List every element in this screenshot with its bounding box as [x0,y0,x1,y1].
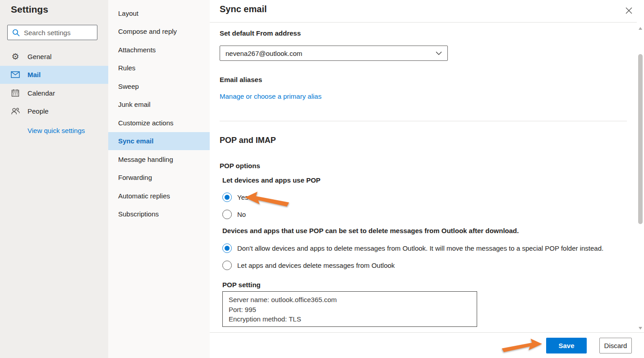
radio-unselected-icon [222,210,232,219]
section-divider [220,121,627,121]
sidebar-item-label: People [28,107,49,115]
manage-alias-link[interactable]: Manage or choose a primary alias [220,92,322,100]
annotation-arrow-save [501,338,542,353]
pop-encryption: Encryption method: TLS [229,314,471,324]
title-divider [210,22,637,23]
scrollbar-up-arrow-icon[interactable] [639,27,642,30]
use-pop-label: Let devices and apps use POP [222,176,321,184]
pop-server-name: Server name: outlook.office365.com [229,295,471,305]
annotation-arrow-yes [245,191,290,207]
from-address-value: nevena267@outlook.com [225,50,436,57]
search-settings-input[interactable] [24,29,92,37]
save-button[interactable]: Save [546,338,587,353]
gear-icon: ⚙ [11,52,20,61]
mail-settings-categories: Layout Compose and reply Attachments Rul… [108,0,210,358]
sync-email-panel: Sync email Set default From address neve… [210,0,644,358]
category-automatic-replies[interactable]: Automatic replies [108,187,210,205]
sidebar-item-people[interactable]: People [0,102,108,121]
category-sweep[interactable]: Sweep [108,77,210,96]
scrollbar-down-arrow-icon[interactable] [639,327,642,330]
sidebar-item-label: Calendar [28,89,55,97]
pop-setting-box: Server name: outlook.office365.com Port:… [222,291,477,327]
close-icon[interactable] [624,6,633,15]
category-sync-email[interactable]: Sync email [108,132,210,151]
pop-imap-heading: POP and IMAP [220,136,276,145]
radio-let-delete-label: Let apps and devices delete messages fro… [237,262,395,269]
vertical-scrollbar[interactable] [637,23,644,332]
category-customize-actions[interactable]: Customize actions [108,114,210,132]
search-icon [12,29,20,37]
radio-dont-allow-delete[interactable]: Don't allow devices and apps to delete m… [222,243,603,253]
sidebar-item-calendar[interactable]: Calendar [0,84,108,102]
sidebar-item-label: General [28,53,51,60]
panel-footer: Save Discard [210,332,644,358]
from-address-label: Set default From address [220,29,301,37]
radio-pop-yes-label: Yes [237,193,248,201]
radio-pop-no-label: No [237,211,246,218]
mail-icon [11,70,20,79]
category-rules[interactable]: Rules [108,59,210,78]
category-junk-email[interactable]: Junk email [108,96,210,114]
sidebar-item-label: Mail [28,71,41,78]
discard-button[interactable]: Discard [599,338,632,353]
settings-title: Settings [11,4,48,15]
sidebar-nav: ⚙ General Mail Calendar People [0,47,108,120]
sidebar-item-general[interactable]: ⚙ General [0,47,108,66]
category-forwarding[interactable]: Forwarding [108,169,210,187]
category-message-handling[interactable]: Message handling [108,150,210,169]
category-subscriptions[interactable]: Subscriptions [108,205,210,224]
radio-pop-yes[interactable]: Yes [222,193,248,202]
category-compose-and-reply[interactable]: Compose and reply [108,23,210,41]
category-attachments[interactable]: Attachments [108,41,210,59]
people-icon [11,107,20,116]
radio-selected-icon [222,193,232,202]
radio-pop-no[interactable]: No [222,210,246,219]
radio-selected-icon [222,243,232,253]
page-title: Sync email [220,4,267,14]
chevron-down-icon [436,51,442,55]
radio-unselected-icon [222,261,232,270]
sidebar-item-mail[interactable]: Mail [0,66,108,84]
calendar-icon [11,88,20,97]
settings-sidebar: Settings ⚙ General Mail Calendar [0,0,108,358]
category-layout[interactable]: Layout [108,4,210,23]
from-address-dropdown[interactable]: nevena267@outlook.com [220,46,448,61]
pop-setting-label: POP setting [222,281,261,289]
search-settings-box[interactable] [7,25,97,40]
scrollbar-thumb[interactable] [638,54,643,224]
pop-port: Port: 995 [229,305,471,315]
pop-options-label: POP options [220,162,260,170]
view-quick-settings-link[interactable]: View quick settings [28,127,85,134]
email-aliases-label: Email aliases [220,76,262,83]
radio-let-delete[interactable]: Let apps and devices delete messages fro… [222,261,395,270]
radio-dont-allow-label: Don't allow devices and apps to delete m… [237,244,603,252]
pop-delete-label: Devices and apps that use POP can be set… [222,227,519,234]
